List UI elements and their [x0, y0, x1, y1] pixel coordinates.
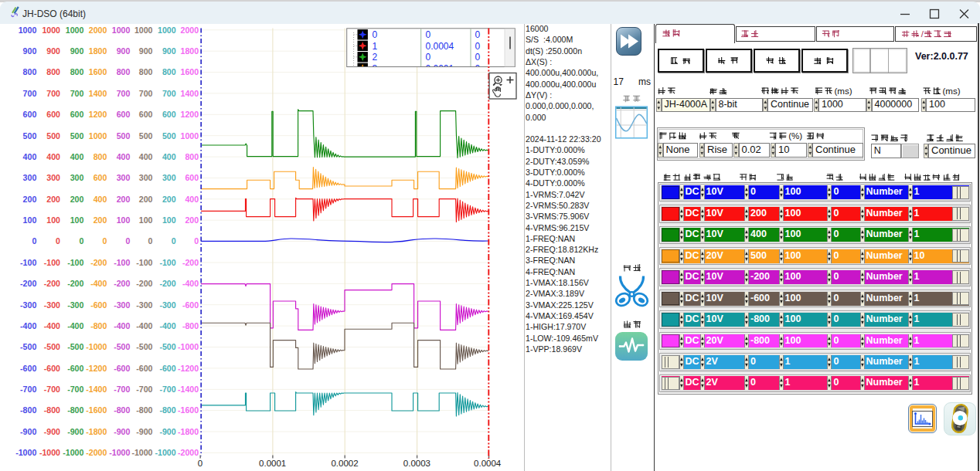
svg-text:(%): (%) — [788, 130, 802, 141]
svg-text:(ms): (ms) — [943, 86, 961, 96]
svg-text:(ms): (ms) — [835, 86, 852, 96]
svg-text:/: / — [921, 29, 924, 39]
